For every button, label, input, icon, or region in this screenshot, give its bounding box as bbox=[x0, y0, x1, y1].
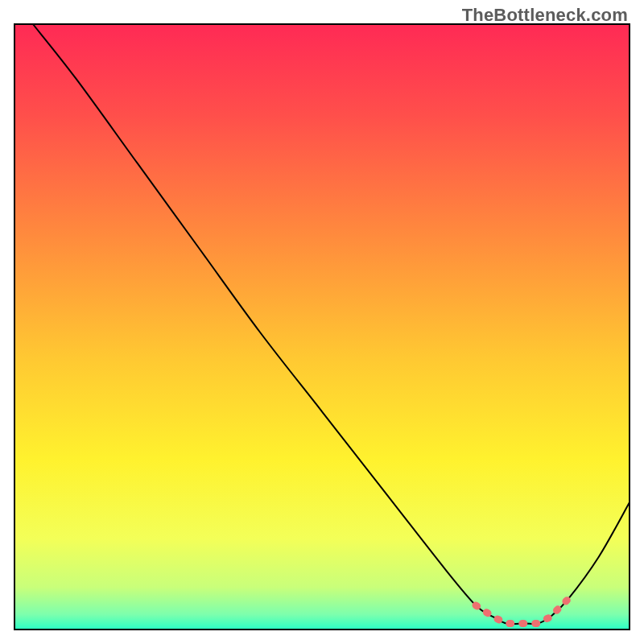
watermark-text: TheBottleneck.com bbox=[462, 5, 628, 26]
bottleneck-chart bbox=[0, 0, 644, 644]
chart-container: TheBottleneck.com bbox=[0, 0, 644, 644]
chart-background-gradient bbox=[14, 24, 630, 630]
